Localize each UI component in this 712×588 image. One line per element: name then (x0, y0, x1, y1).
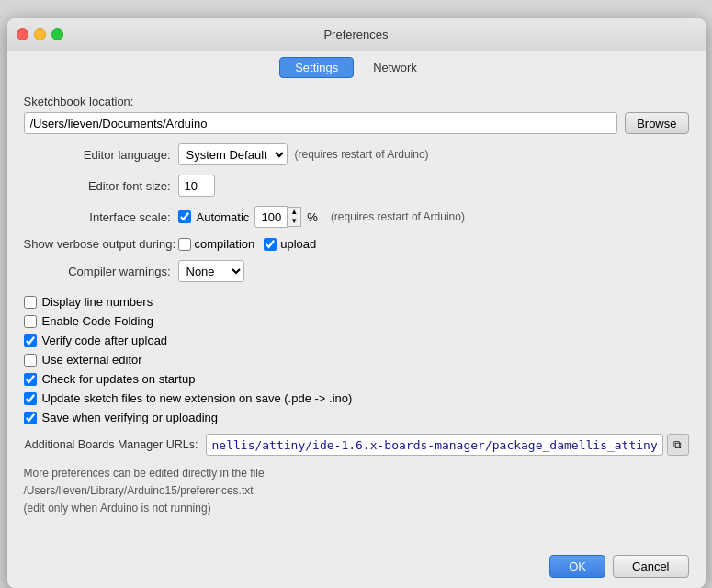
save-verifying-label: Save when verifying or uploading (42, 411, 219, 424)
editor-language-row: Editor language: System Default (require… (24, 143, 689, 165)
additional-boards-row: Additional Boards Manager URLs: ⧉ (24, 434, 689, 456)
info-line-2: /Users/lieven/Library/Arduino15/preferen… (24, 482, 689, 500)
interface-scale-controls: Automatic ▲ ▼ % (requires restart of Ard… (178, 206, 465, 228)
cancel-button[interactable]: Cancel (613, 555, 688, 578)
editor-language-select[interactable]: System Default (178, 143, 288, 165)
verify-code-label: Verify code after upload (42, 334, 168, 347)
checkbox-row-display-line-numbers: Display line numbers (24, 295, 689, 309)
editor-font-size-label: Editor font size: (24, 179, 171, 193)
interface-scale-row: Interface scale: Automatic ▲ ▼ % (requir… (24, 206, 689, 228)
enable-code-folding-checkbox[interactable] (24, 315, 37, 328)
editor-font-size-row: Editor font size: (24, 175, 689, 197)
checkbox-row-update-sketch: Update sketch files to new extension on … (24, 391, 689, 405)
checkbox-row-external-editor: Use external editor (24, 353, 689, 367)
ok-button[interactable]: OK (549, 555, 605, 578)
editor-language-label: Editor language: (24, 148, 171, 162)
automatic-label: Automatic (197, 210, 250, 224)
editor-language-hint: (requires restart of Arduino) (295, 148, 429, 161)
external-editor-checkbox[interactable] (24, 354, 37, 367)
titlebar-buttons (17, 28, 63, 40)
compiler-warnings-row: Compiler warnings: None Default More All (24, 260, 689, 282)
copy-icon: ⧉ (673, 438, 682, 451)
automatic-checkbox[interactable] (178, 210, 191, 223)
tab-settings[interactable]: Settings (279, 57, 354, 78)
external-editor-label: Use external editor (42, 353, 142, 367)
close-button[interactable] (17, 28, 28, 40)
additional-boards-label: Additional Boards Manager URLs: (24, 438, 198, 451)
sketchbook-location-section: Sketchbook location: Browse (24, 95, 689, 134)
percent-symbol: % (307, 210, 318, 224)
update-sketch-label: Update sketch files to new extension on … (42, 391, 353, 405)
checkbox-row-save-verifying: Save when verifying or uploading (24, 411, 689, 424)
tab-network[interactable]: Network (357, 57, 433, 78)
checkbox-row-enable-code-folding: Enable Code Folding (24, 314, 689, 328)
checkbox-row-verify-code: Verify code after upload (24, 334, 689, 347)
maximize-button[interactable] (51, 28, 63, 40)
percent-spinner: ▲ ▼ (254, 206, 301, 228)
spinner-arrows: ▲ ▼ (288, 207, 301, 227)
upload-option: upload (264, 237, 316, 251)
compilation-label: compilation (195, 237, 255, 251)
checkboxes-section: Display line numbers Enable Code Folding… (24, 295, 689, 424)
sketchbook-input-row: Browse (24, 112, 689, 134)
copy-url-button[interactable]: ⧉ (667, 434, 689, 456)
info-line-3: (edit only when Arduino is not running) (24, 500, 689, 517)
settings-content: Sketchbook location: Browse Editor langu… (7, 84, 706, 548)
interface-scale-label: Interface scale: (24, 210, 171, 224)
compiler-warnings-label: Compiler warnings: (24, 265, 171, 278)
upload-label: upload (280, 237, 316, 251)
verify-code-checkbox[interactable] (24, 334, 37, 347)
interface-scale-hint: (requires restart of Arduino) (331, 210, 465, 223)
info-line-1: More preferences can be edited directly … (24, 465, 689, 482)
preferences-window: Preferences Settings Network Sketchbook … (7, 18, 706, 588)
footer: OK Cancel (7, 548, 706, 588)
percent-input[interactable] (254, 206, 288, 228)
editor-font-size-input[interactable] (178, 175, 215, 197)
check-updates-checkbox[interactable] (24, 373, 37, 386)
minimize-button[interactable] (34, 28, 46, 40)
spinner-up-button[interactable]: ▲ (288, 208, 300, 217)
verbose-output-label: Show verbose output during: (24, 237, 171, 251)
enable-code-folding-label: Enable Code Folding (42, 314, 153, 328)
titlebar: Preferences (7, 18, 706, 51)
tabs-bar: Settings Network (7, 51, 706, 84)
additional-boards-input[interactable] (206, 434, 663, 456)
save-verifying-checkbox[interactable] (24, 412, 37, 424)
verbose-controls: compilation upload (178, 237, 317, 251)
window-title: Preferences (323, 28, 388, 41)
verbose-output-row: Show verbose output during: compilation … (24, 237, 689, 251)
compilation-option: compilation (178, 237, 255, 251)
display-line-numbers-checkbox[interactable] (24, 296, 37, 309)
sketchbook-location-label: Sketchbook location: (24, 95, 689, 108)
browse-button[interactable]: Browse (625, 112, 688, 134)
sketchbook-path-input[interactable] (24, 112, 618, 134)
compiler-warnings-select[interactable]: None Default More All (178, 260, 244, 282)
info-section: More preferences can be edited directly … (24, 465, 689, 518)
compilation-checkbox[interactable] (178, 238, 191, 251)
checkbox-row-check-updates: Check for updates on startup (24, 372, 689, 386)
update-sketch-checkbox[interactable] (24, 392, 37, 405)
upload-checkbox[interactable] (264, 238, 277, 251)
check-updates-label: Check for updates on startup (42, 372, 196, 386)
display-line-numbers-label: Display line numbers (42, 295, 153, 309)
spinner-down-button[interactable]: ▼ (288, 217, 300, 226)
